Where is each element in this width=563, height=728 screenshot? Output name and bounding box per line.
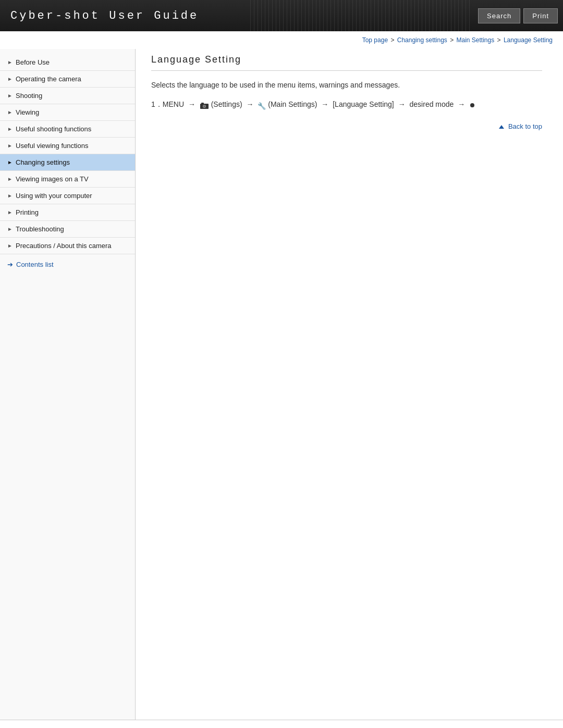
sidebar-item-precautions[interactable]: ► Precautions / About this camera	[0, 238, 135, 254]
app-title: Cyber-shot User Guide	[10, 9, 199, 22]
sidebar: ► Before Use ► Operating the camera ► Sh…	[0, 49, 136, 720]
sidebar-item-operating-camera[interactable]: ► Operating the camera	[0, 71, 135, 88]
back-to-top-link[interactable]: Back to top	[499, 122, 542, 130]
back-to-top: Back to top	[151, 122, 542, 130]
breadcrumb: Top page > Changing settings > Main Sett…	[0, 31, 563, 49]
sidebar-item-printing[interactable]: ► Printing	[0, 204, 135, 221]
sidebar-item-label: Printing	[16, 208, 39, 216]
breadcrumb-changing-settings[interactable]: Changing settings	[397, 36, 447, 44]
breadcrumb-language-setting[interactable]: Language Setting	[504, 36, 553, 44]
sidebar-item-viewing[interactable]: ► Viewing	[0, 104, 135, 121]
sidebar-item-troubleshooting[interactable]: ► Troubleshooting	[0, 221, 135, 238]
breadcrumb-sep-1: >	[390, 36, 396, 44]
chevron-right-icon: ►	[7, 193, 13, 199]
header-stripes	[247, 0, 473, 31]
chevron-right-icon: ►	[7, 143, 13, 149]
chevron-right-icon: ►	[7, 176, 13, 182]
sidebar-item-label: Viewing images on a TV	[16, 175, 89, 183]
search-button[interactable]: Search	[478, 8, 520, 23]
sidebar-item-changing-settings[interactable]: ► Changing settings	[0, 154, 135, 171]
arrow-right-icon: ➔	[7, 261, 13, 268]
chevron-right-icon: ►	[7, 76, 13, 82]
desired-mode-label: desired mode	[410, 100, 454, 108]
chevron-right-icon: ►	[7, 126, 13, 132]
language-setting-label: [Language Setting]	[333, 100, 394, 108]
sidebar-item-useful-shooting[interactable]: ► Useful shooting functions	[0, 121, 135, 138]
sidebar-item-label: Changing settings	[16, 158, 70, 166]
instruction-block: 1．MENU → (Settings) → 🔧 (Main Settings)	[151, 98, 542, 111]
sidebar-footer: ➔ Contents list	[0, 254, 135, 275]
chevron-right-icon: ►	[7, 109, 13, 115]
sidebar-item-label: Shooting	[16, 92, 42, 100]
sidebar-item-label: Using with your computer	[16, 192, 92, 200]
svg-rect-1	[201, 103, 204, 104]
sidebar-item-label: Operating the camera	[16, 75, 81, 83]
sidebar-item-using-computer[interactable]: ► Using with your computer	[0, 188, 135, 204]
svg-point-3	[203, 105, 205, 107]
arrow-icon-5: →	[458, 100, 465, 108]
sidebar-item-viewing-tv[interactable]: ► Viewing images on a TV	[0, 171, 135, 188]
chevron-right-icon: ►	[7, 159, 13, 165]
triangle-up-icon	[499, 125, 504, 129]
content-area: Language Setting Selects the language to…	[136, 49, 563, 720]
settings-label: (Settings)	[211, 100, 242, 108]
header: Cyber-shot User Guide Search Print	[0, 0, 563, 31]
sidebar-item-label: Viewing	[16, 108, 39, 116]
breadcrumb-sep-2: >	[450, 36, 455, 44]
svg-text:🔧: 🔧	[258, 102, 266, 110]
chevron-right-icon: ►	[7, 226, 13, 232]
settings-icon	[200, 98, 209, 112]
sidebar-item-before-use[interactable]: ► Before Use	[0, 54, 135, 71]
arrow-icon-4: →	[398, 100, 406, 108]
main-settings-icon: 🔧	[258, 98, 266, 112]
main-layout: ► Before Use ► Operating the camera ► Sh…	[0, 49, 563, 720]
sidebar-item-label: Precautions / About this camera	[16, 242, 112, 250]
breadcrumb-top-page[interactable]: Top page	[362, 36, 388, 44]
breadcrumb-sep-3: >	[497, 36, 503, 44]
page-description: Selects the language to be used in the m…	[151, 79, 542, 91]
breadcrumb-main-settings[interactable]: Main Settings	[457, 36, 495, 44]
contents-list-link[interactable]: Contents list	[16, 261, 54, 268]
header-buttons: Search Print	[473, 0, 563, 31]
instruction-step: 1．MENU	[151, 100, 184, 108]
footer: Copyright 2013 Sony Corporation	[0, 720, 563, 728]
arrow-icon-3: →	[321, 100, 328, 108]
print-button[interactable]: Print	[523, 8, 558, 23]
header-title-area: Cyber-shot User Guide	[0, 0, 247, 31]
sidebar-item-label: Useful viewing functions	[16, 142, 88, 150]
chevron-right-icon: ►	[7, 209, 13, 215]
chevron-right-icon: ►	[7, 93, 13, 98]
chevron-right-icon: ►	[7, 59, 13, 65]
confirm-dot	[470, 103, 474, 107]
page-title: Language Setting	[151, 54, 542, 71]
sidebar-item-label: Useful shooting functions	[16, 125, 91, 133]
main-settings-label: (Main Settings)	[268, 100, 317, 108]
back-to-top-label: Back to top	[508, 122, 542, 130]
arrow-icon-2: →	[247, 100, 254, 108]
arrow-icon-1: →	[188, 100, 195, 108]
sidebar-item-useful-viewing[interactable]: ► Useful viewing functions	[0, 138, 135, 154]
chevron-right-icon: ►	[7, 243, 13, 249]
sidebar-item-label: Troubleshooting	[16, 225, 64, 233]
sidebar-item-label: Before Use	[16, 58, 50, 66]
sidebar-item-shooting[interactable]: ► Shooting	[0, 88, 135, 104]
